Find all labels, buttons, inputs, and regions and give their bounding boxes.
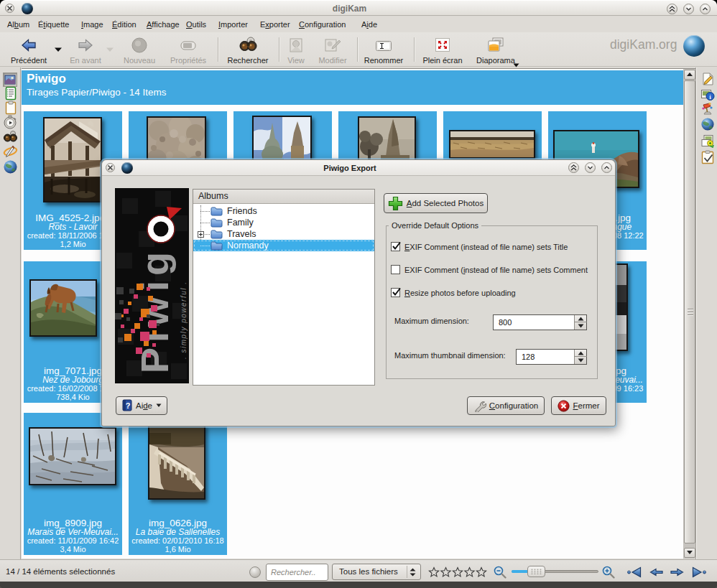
svg-text:. simply powerful .: . simply powerful . [180,281,188,359]
svg-text:?: ? [126,401,131,410]
